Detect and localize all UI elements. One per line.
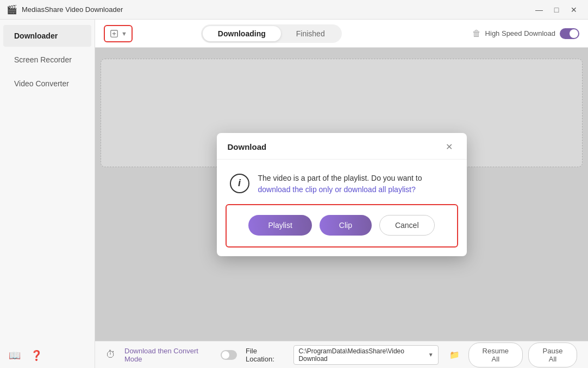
add-download-button[interactable]: ▼ xyxy=(104,25,133,42)
maximize-button[interactable]: □ xyxy=(549,4,564,16)
sidebar: Downloader Screen Recorder Video Convert… xyxy=(0,20,95,368)
file-path-text: C:\ProgramData\MediasShare\Video Downloa… xyxy=(298,347,426,363)
bottom-right-buttons: Resume All Pause All xyxy=(468,342,577,367)
main-content: ▼ Downloading Finished 🗑 High Speed Down… xyxy=(95,20,588,368)
high-speed-toggle[interactable] xyxy=(560,28,579,39)
title-bar-controls: — □ ✕ xyxy=(531,4,581,16)
sidebar-bottom: 📖 ❓ xyxy=(0,343,95,368)
dialog-header: Download ✕ xyxy=(217,133,467,160)
tab-downloading[interactable]: Downloading xyxy=(203,26,281,41)
sidebar-item-downloader[interactable]: Downloader xyxy=(3,25,91,47)
convert-icon: ⏱ xyxy=(106,349,116,360)
clip-button[interactable]: Clip xyxy=(320,215,372,236)
convert-mode-label: Download then Convert Mode xyxy=(124,347,212,363)
toolbar-right: 🗑 High Speed Download xyxy=(472,28,579,39)
dialog-buttons: Playlist Clip Cancel xyxy=(226,204,458,248)
tab-finished[interactable]: Finished xyxy=(281,26,340,41)
file-path-chevron: ▼ xyxy=(428,352,434,358)
dialog-close-button[interactable]: ✕ xyxy=(443,141,456,154)
add-icon xyxy=(109,29,119,39)
file-path-display[interactable]: C:\ProgramData\MediasShare\Video Downloa… xyxy=(293,345,438,365)
close-button[interactable]: ✕ xyxy=(566,4,581,16)
trash-icon[interactable]: 🗑 xyxy=(472,29,481,39)
sidebar-item-video-converter[interactable]: Video Converter xyxy=(3,73,91,94)
cancel-button[interactable]: Cancel xyxy=(379,215,435,236)
title-bar: 🎬 MediasShare Video Downloader — □ ✕ xyxy=(0,0,588,20)
convert-mode-toggle[interactable] xyxy=(221,350,237,360)
playlist-button[interactable]: Playlist xyxy=(248,215,311,236)
dialog-overlay: Download ✕ i The video is a part of the … xyxy=(95,48,588,341)
toolbar: ▼ Downloading Finished 🗑 High Speed Down… xyxy=(95,20,588,48)
app-container: Downloader Screen Recorder Video Convert… xyxy=(0,20,588,368)
sidebar-item-screen-recorder[interactable]: Screen Recorder xyxy=(3,49,91,71)
app-title: MediasShare Video Downloader xyxy=(22,5,123,14)
info-icon: i xyxy=(230,174,249,193)
app-icon: 🎬 xyxy=(7,4,17,15)
bottom-bar: ⏱ Download then Convert Mode File Locati… xyxy=(95,341,588,368)
dialog-message: The video is a part of the playlist. Do … xyxy=(258,173,454,195)
pause-all-button[interactable]: Pause All xyxy=(528,342,577,367)
minimize-button[interactable]: — xyxy=(531,4,547,16)
dialog: Download ✕ i The video is a part of the … xyxy=(217,133,467,256)
question-icon[interactable]: ❓ xyxy=(30,350,42,361)
file-location-label: File Location: xyxy=(246,347,285,363)
dialog-body: i The video is a part of the playlist. D… xyxy=(217,160,467,204)
dialog-title: Download xyxy=(228,142,267,151)
chevron-down-icon: ▼ xyxy=(121,30,127,37)
folder-icon[interactable]: 📁 xyxy=(449,350,460,360)
resume-all-button[interactable]: Resume All xyxy=(468,342,523,367)
tab-group: Downloading Finished xyxy=(201,24,342,43)
dialog-message-highlight: download the clip only or download all p… xyxy=(258,185,416,194)
high-speed-label: High Speed Download xyxy=(485,29,555,37)
content-area: Download ✕ i The video is a part of the … xyxy=(95,48,588,341)
book-icon[interactable]: 📖 xyxy=(9,350,21,361)
title-bar-left: 🎬 MediasShare Video Downloader xyxy=(7,4,123,15)
